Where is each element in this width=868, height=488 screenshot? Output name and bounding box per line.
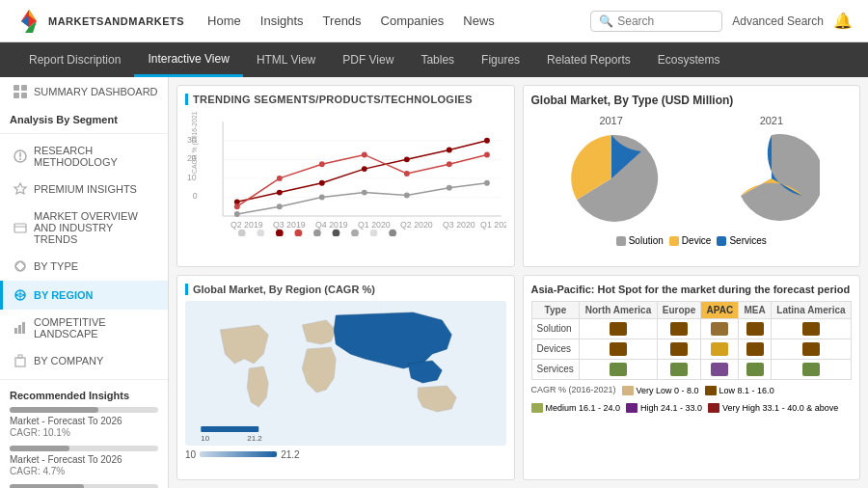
svg-point-52 — [447, 161, 452, 167]
nav-companies[interactable]: Companies — [381, 10, 445, 32]
legend-device-label: Device — [682, 235, 712, 246]
pie-chart-2021 — [723, 130, 820, 227]
svg-text:Q3 2020: Q3 2020 — [443, 220, 475, 230]
nav-insights[interactable]: Insights — [260, 10, 304, 32]
subnav-interactive-view[interactable]: Interactive View — [134, 42, 243, 77]
svg-text:Q1 2021: Q1 2021 — [480, 220, 505, 230]
sidebar-competitive-label: COMPETITIVE LANDSCAPE — [34, 316, 158, 339]
asia-pacific-table: Type North America Europe APAC MEA Latin… — [531, 301, 853, 380]
advanced-search-link[interactable]: Advanced Search — [732, 14, 824, 28]
map-scale: 10 21.2 — [185, 449, 506, 460]
trending-title: TRENDING SEGMENTS/PRODUCTS/TECHNOLOGIES — [185, 94, 506, 105]
svg-point-50 — [362, 152, 367, 158]
col-europe: Europe — [657, 301, 701, 318]
nav-home[interactable]: Home — [207, 10, 241, 32]
col-apac: APAC — [701, 301, 739, 318]
search-box[interactable]: 🔍 — [590, 11, 722, 32]
subnav-html-view[interactable]: HTML View — [243, 42, 329, 77]
logo[interactable]: MARKETSANDMARKETS — [15, 8, 184, 35]
col-type: Type — [531, 301, 580, 318]
svg-point-64 — [294, 230, 302, 236]
svg-text:Q2 2019: Q2 2019 — [231, 220, 263, 230]
svg-point-53 — [484, 152, 490, 158]
col-mea: MEA — [739, 301, 772, 318]
pie-2017: 2017 — [563, 115, 660, 230]
sub-navigation: Report Discription Interactive View HTML… — [0, 42, 868, 77]
table-row: Solution — [531, 318, 852, 339]
svg-point-42 — [319, 180, 325, 186]
map-card: Global Market, By Region (CAGR %) — [176, 275, 515, 481]
svg-point-61 — [238, 230, 246, 236]
nav-trends[interactable]: Trends — [323, 10, 362, 32]
legend-low: Low 8.1 - 16.0 — [705, 385, 774, 397]
rec-item-2[interactable]: Market - Forecast To 2026 CAGR: 4.7% — [10, 446, 158, 476]
logo-text: MARKETSANDMARKETS — [48, 15, 184, 27]
svg-point-57 — [362, 190, 367, 196]
svg-text:Q4 2019: Q4 2019 — [315, 220, 348, 230]
market-icon — [13, 220, 28, 235]
type-icon — [13, 258, 28, 274]
svg-point-63 — [276, 230, 284, 236]
svg-point-51 — [404, 171, 410, 176]
rec-text-1: Market - Forecast To 2026 — [10, 415, 158, 427]
trending-card: TRENDING SEGMENTS/PRODUCTS/TECHNOLOGIES … — [176, 85, 515, 267]
sidebar-by-type[interactable]: BY TYPE — [0, 252, 168, 281]
sidebar-by-region[interactable]: BY REGION — [0, 281, 168, 310]
subnav-pdf-view[interactable]: PDF View — [329, 42, 407, 77]
scale-max: 21.2 — [281, 449, 299, 460]
svg-point-68 — [370, 230, 378, 236]
recommended-label: Recommended Insights — [10, 390, 158, 401]
svg-text:10: 10 — [201, 434, 209, 443]
sidebar-market-overview[interactable]: MARKET OVERVIEW AND INDUSTRY TRENDS — [0, 203, 168, 252]
svg-rect-5 — [21, 85, 27, 91]
nav-news[interactable]: News — [463, 10, 495, 32]
pie-year-2021: 2021 — [723, 115, 820, 126]
logo-icon — [15, 8, 42, 35]
top-navigation: MARKETSANDMARKETS Home Insights Trends C… — [0, 0, 868, 42]
sidebar-premium-insights[interactable]: PREMIUM INSIGHTS — [0, 175, 168, 203]
pie-legend: Solution Device Services — [531, 235, 853, 246]
pies-container: 2017 2021 — [531, 115, 853, 230]
subnav-ecosystems[interactable]: Ecosystems — [644, 42, 734, 77]
svg-rect-70 — [201, 426, 258, 432]
legend-solution-label: Solution — [629, 235, 664, 246]
search-input[interactable] — [617, 14, 714, 28]
notification-bell-icon[interactable]: 🔔 — [833, 12, 853, 30]
svg-rect-7 — [21, 93, 27, 98]
svg-point-67 — [351, 230, 359, 236]
svg-point-55 — [277, 203, 283, 209]
subnav-figures[interactable]: Figures — [468, 42, 533, 77]
region-icon — [13, 287, 28, 303]
dashboard-icon — [13, 84, 28, 99]
svg-point-46 — [484, 138, 490, 144]
svg-point-59 — [447, 185, 452, 191]
rec-item-1[interactable]: Market - Forecast To 2026 CAGR: 10.1% — [10, 407, 158, 438]
subnav-tables[interactable]: Tables — [407, 42, 468, 77]
premium-icon — [13, 181, 28, 197]
pie-year-2017: 2017 — [563, 115, 660, 126]
cagr-label: CAGR % (2016-2021) — [531, 385, 616, 394]
asia-pacific-card: Asia-Pacific: Hot Spot for the market du… — [523, 275, 861, 481]
svg-rect-6 — [14, 93, 19, 98]
sidebar-research-methodology[interactable]: RESEARCH METHODOLOGY — [0, 138, 168, 175]
rec-text-2: Market - Forecast To 2026 — [10, 453, 158, 466]
svg-point-45 — [447, 148, 452, 153]
pie-title: Global Market, By Type (USD Million) — [531, 94, 853, 107]
pie-card: Global Market, By Type (USD Million) 201… — [523, 85, 861, 267]
subnav-report-description[interactable]: Report Discription — [15, 42, 134, 77]
sidebar-summary-dashboard[interactable]: SUMMARY DASHBOARD — [0, 77, 168, 106]
svg-point-58 — [404, 193, 410, 199]
svg-rect-18 — [18, 325, 21, 334]
svg-point-65 — [313, 230, 321, 236]
sidebar-competitive-landscape[interactable]: COMPETITIVE LANDSCAPE — [0, 310, 168, 346]
sidebar-by-company[interactable]: BY COMPANY — [0, 346, 168, 375]
sidebar: SUMMARY DASHBOARD Analysis By Segment RE… — [0, 77, 169, 488]
svg-rect-19 — [22, 322, 25, 334]
rec-item-3[interactable]: Market - Forecast To 2025 CAGR: 14.6% — [10, 484, 158, 488]
svg-text:CAGR % (2016-2021): CAGR % (2016-2021) — [191, 111, 199, 174]
svg-point-54 — [234, 211, 240, 217]
row-services-label: Services — [531, 359, 580, 379]
pie-chart-2017 — [563, 130, 660, 227]
subnav-related-reports[interactable]: Related Reports — [533, 42, 644, 77]
svg-rect-12 — [14, 224, 26, 232]
